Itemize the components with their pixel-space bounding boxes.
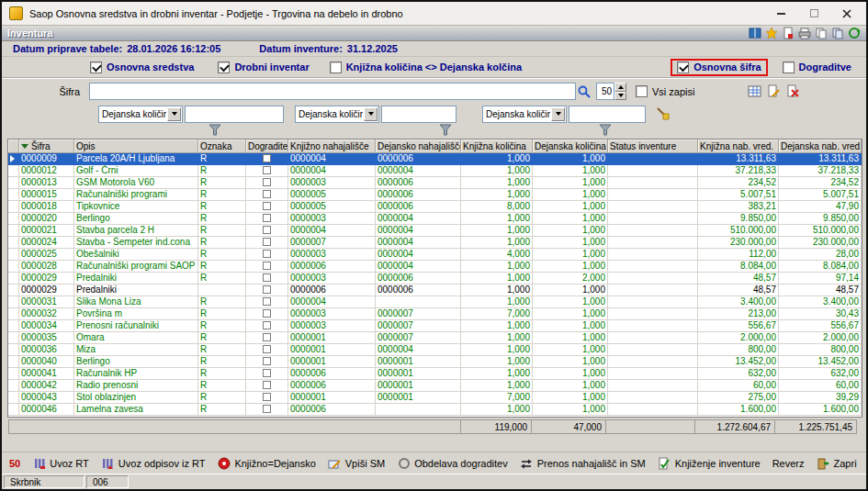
table-row[interactable]: 0000029PredalnikiR000000300000061,0002,0… [8,273,862,285]
dograditev-checkbox[interactable] [263,214,271,222]
spin-up-icon[interactable] [614,83,626,92]
column-header-11[interactable]: Dejanska nab. vred. [779,139,862,153]
all-records-box[interactable] [636,85,648,97]
dograditev-checkbox[interactable] [263,202,271,210]
chevron-down-icon[interactable] [551,107,565,121]
filter-input-2[interactable] [381,106,457,123]
cell-dograditev[interactable] [246,380,288,392]
dograditev-checkbox[interactable] [263,333,271,341]
filter-combo-2[interactable]: Dejanska količina [295,106,379,123]
dograditev-checkbox[interactable] [263,357,271,365]
spin-down-icon[interactable] [614,92,626,101]
maximize-button[interactable] [802,5,826,23]
table-row[interactable]: 0000041Računalnik HPR000000600000011,000… [8,368,862,380]
cell-dograditev[interactable] [246,249,288,261]
dograditev-checkbox[interactable] [263,345,271,353]
cell-dograditev[interactable] [246,308,288,320]
cell-dograditev[interactable] [246,344,288,356]
edit-record-icon[interactable] [765,84,782,100]
page-size-input[interactable] [596,83,614,100]
help-book-icon[interactable] [748,27,761,40]
column-header-5[interactable]: Knjižno nahajališče [288,139,376,153]
dograditev-checkbox[interactable] [263,297,271,306]
zapri-button[interactable]: Zapri [817,456,857,470]
filter-funnel-icon[interactable] [439,124,454,137]
vpisi-sm-button[interactable]: Vpiši SM [328,456,385,470]
filter-funnel-icon[interactable] [599,124,614,137]
favorites-star-icon[interactable] [764,27,778,40]
cell-dograditev[interactable] [246,213,288,225]
dograditev-checkbox[interactable] [263,321,271,329]
dograditev-checkbox[interactable] [263,309,271,318]
checkbox-box[interactable] [90,61,102,73]
table-row[interactable]: 0000024Stavba - Šempeter ind.conaR000000… [8,237,862,249]
all-records-checkbox[interactable]: Vsi zapisi [636,85,694,97]
cell-dograditev[interactable] [246,392,288,404]
cell-dograditev[interactable] [246,201,288,213]
checkbox-box[interactable] [783,61,795,73]
cell-dograditev[interactable] [246,404,288,416]
table-row[interactable]: 0000029Predalniki000000600000061,0001,00… [8,285,862,296]
cell-dograditev[interactable] [246,261,288,273]
dograditev-checkbox[interactable] [263,369,271,377]
table-row[interactable]: 0000020BerlingoR000000300000041,0001,000… [8,213,862,225]
column-header-4[interactable]: Dograditev [246,139,288,153]
column-header-8[interactable]: Dejanska količina [533,139,608,153]
filter-input-3[interactable] [569,106,646,123]
dograditev-checkbox[interactable] [263,166,271,174]
uvoz-odpisov-button[interactable]: Uvoz odpisov iz RT [101,456,206,470]
chevron-down-icon[interactable] [364,107,378,121]
close-button[interactable] [835,5,859,23]
cell-dograditev[interactable] [246,273,288,285]
cell-dograditev[interactable] [246,285,288,296]
print-icon[interactable] [797,27,811,40]
filter-combo-1[interactable]: Dejanska količina [98,106,183,123]
export-document-icon[interactable] [781,27,795,40]
filter-checkbox[interactable]: Osnovna šifra [671,59,767,76]
column-header-3[interactable]: Oznaka [198,139,246,153]
column-header-2[interactable]: Opis [74,139,198,153]
duplicate-icon[interactable] [830,27,844,40]
filter-checkbox[interactable]: Dograditve [783,61,851,73]
search-icon[interactable] [576,84,592,100]
dograditev-checkbox[interactable] [263,154,271,162]
table-row[interactable]: 0000035OmaraR000000100000071,0001,0002.0… [8,332,862,344]
table-row[interactable]: 0000043Stol oblazinjenR000000100000017,0… [8,392,862,404]
search-input[interactable] [89,83,576,100]
dograditev-checkbox[interactable] [263,273,271,282]
table-row[interactable]: 0000012Golf - ČrniR000000400000041,0001,… [8,165,862,177]
dograditev-checkbox[interactable] [263,262,271,270]
reverz-button[interactable]: Reverz [772,458,805,469]
table-row[interactable]: 0000046Lamelna zavesaR00000061,0001,0001… [8,404,862,416]
prenos-nahajalisc-button[interactable]: Prenos nahajališč in SM [520,456,646,470]
copy-icon[interactable] [814,27,828,40]
column-header-1[interactable]: Šifra [19,139,74,153]
table-row[interactable]: 0000032Površina mR000000300000077,0001,0… [8,308,862,320]
grid-view-icon[interactable] [746,84,762,100]
minimize-button[interactable] [769,5,793,23]
table-row[interactable]: 0000009Parcela 20A/H LjubljanaR000000400… [8,153,862,165]
dograditev-checkbox[interactable] [263,405,271,413]
cell-dograditev[interactable] [246,356,288,368]
cell-dograditev[interactable] [246,153,288,165]
table-row[interactable]: 0000018TipkovniceR000000500000068,0001,0… [8,201,862,213]
knjizenje-inventure-button[interactable]: Knjiženje inventure [658,456,761,470]
filter-checkbox[interactable]: Knjižna količina <> Dejanska kolčina [330,61,522,73]
cell-dograditev[interactable] [246,332,288,344]
dograditev-checkbox[interactable] [263,393,271,401]
table-row[interactable]: 0000015Računalniški programiR00000050000… [8,189,862,201]
filter-checkbox[interactable]: Osnovna sredstva [90,61,194,73]
cell-dograditev[interactable] [246,225,288,237]
table-row[interactable]: 0000042Radio prenosniR000000600000011,00… [8,380,862,392]
table-row[interactable]: 0000013GSM Motorola V60R000000300000061,… [8,177,862,189]
filter-input-1[interactable] [185,106,284,123]
dograditev-checkbox[interactable] [263,238,271,246]
column-header-7[interactable]: Knjižna količina [461,139,533,153]
filter-combo-3[interactable]: Dejanska količina [482,106,567,123]
cell-dograditev[interactable] [246,296,288,308]
column-header-0[interactable] [8,139,19,153]
dograditev-checkbox[interactable] [263,226,271,234]
table-row[interactable]: 0000036MizaR000000100000041,0001,000800,… [8,344,862,356]
table-row[interactable]: 0000031Slika Mona LizaR00000041,0001,000… [8,296,862,308]
delete-record-icon[interactable] [784,84,801,100]
